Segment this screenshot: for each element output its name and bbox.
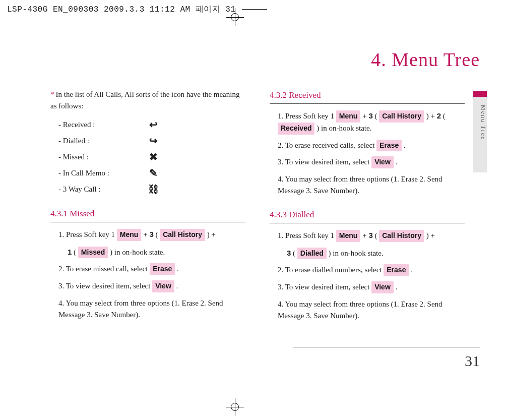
menu-button-label: Menu bbox=[117, 229, 142, 241]
legend-row-received: - Received : ↩ bbox=[58, 118, 245, 132]
right-column: 4.3.2 Received 1. Press Soft key 1 Menu … bbox=[270, 89, 465, 327]
s433-step4: 4. You may select from three options (1.… bbox=[278, 298, 465, 322]
missed-icon: ✖ bbox=[144, 149, 162, 165]
three-way-icon: ⛓ bbox=[144, 182, 162, 197]
s431-step2: 2. To erase missed call, select Erase . bbox=[58, 263, 245, 275]
s431-step4: 4. You may select from three options (1.… bbox=[58, 297, 245, 321]
side-tab-label: Menu Tree bbox=[479, 105, 487, 140]
legend-row-3way: - 3 Way Call : ⛓ bbox=[58, 183, 245, 196]
asterisk-icon: * bbox=[50, 90, 54, 98]
icon-legend-intro: *In the list of All Calls, All sorts of … bbox=[50, 89, 245, 112]
header-rule bbox=[242, 9, 267, 10]
chapter-title: 4. Menu Tree bbox=[371, 48, 480, 71]
left-column: *In the list of All Calls, All sorts of … bbox=[50, 89, 245, 327]
s432-step1: 1. Press Soft key 1 Menu + 3 ( Call Hist… bbox=[278, 110, 465, 134]
received-icon: ↩ bbox=[144, 117, 162, 133]
section-433-head: 4.3.3 Dialled bbox=[270, 208, 465, 223]
page-number: 31 bbox=[465, 352, 480, 370]
erase-button-label: Erase bbox=[376, 140, 402, 152]
s433-step2: 2. To erase dialled numbers, select Eras… bbox=[278, 264, 465, 276]
menu-button-label: Menu bbox=[336, 230, 361, 242]
missed-button-label: Missed bbox=[78, 247, 108, 259]
s431-step1b: 1 ( Missed ) in on-hook state. bbox=[58, 246, 245, 259]
dialled-icon: ↪ bbox=[144, 133, 162, 149]
legend-row-dialled: - Dialled : ↪ bbox=[58, 135, 245, 148]
side-accent-bar bbox=[473, 91, 487, 97]
menu-button-label: Menu bbox=[336, 110, 361, 123]
registration-mark-bottom bbox=[226, 398, 244, 416]
view-button-label: View bbox=[152, 280, 174, 292]
section-432-body: 1. Press Soft key 1 Menu + 3 ( Call Hist… bbox=[270, 110, 465, 197]
print-header-text: LSP-430G EN_090303 2009.3.3 11:12 AM 페이지… bbox=[7, 4, 236, 15]
s432-step3: 3. To view desired item, select View . bbox=[278, 156, 465, 168]
call-history-button-label: Call History bbox=[379, 230, 424, 242]
section-431-head: 4.3.1 Missed bbox=[50, 207, 245, 222]
section-432-head: 4.3.2 Received bbox=[270, 89, 465, 104]
view-button-label: View bbox=[371, 281, 394, 293]
s432-step4: 4. You may select from three options (1.… bbox=[278, 173, 465, 197]
page-number-rule bbox=[293, 347, 480, 347]
received-button-label: Received bbox=[278, 123, 314, 135]
legend-row-missed: - Missed : ✖ bbox=[58, 151, 245, 164]
call-history-button-label: Call History bbox=[160, 229, 205, 241]
s431-step1: 1. Press Soft key 1 Menu + 3 ( Call Hist… bbox=[58, 228, 245, 241]
memo-icon: ✎ bbox=[144, 165, 162, 181]
erase-button-label: Erase bbox=[150, 263, 175, 275]
s433-step3: 3. To view desired item, select View . bbox=[278, 281, 465, 293]
s431-step3: 3. To view desired item, select View . bbox=[58, 280, 245, 292]
page-content: *In the list of All Calls, All sorts of … bbox=[50, 89, 465, 327]
call-history-button-label: Call History bbox=[379, 110, 424, 123]
s433-step1: 1. Press Soft key 1 Menu + 3 ( Call Hist… bbox=[278, 229, 465, 242]
s432-step2: 2. To erase received calls, select Erase… bbox=[278, 140, 465, 152]
legend-row-memo: - In Call Memo : ✎ bbox=[58, 167, 245, 180]
s433-step1b: 3 ( Dialled ) in on-hook state. bbox=[278, 247, 465, 260]
dialled-button-label: Dialled bbox=[297, 248, 327, 260]
registration-mark-top bbox=[226, 8, 244, 26]
erase-button-label: Erase bbox=[384, 264, 409, 276]
view-button-label: View bbox=[371, 156, 394, 168]
section-433-body: 1. Press Soft key 1 Menu + 3 ( Call Hist… bbox=[270, 229, 465, 322]
section-431-body: 1. Press Soft key 1 Menu + 3 ( Call Hist… bbox=[50, 228, 245, 321]
icon-legend-list: - Received : ↩ - Dialled : ↪ - Missed : … bbox=[58, 118, 245, 196]
